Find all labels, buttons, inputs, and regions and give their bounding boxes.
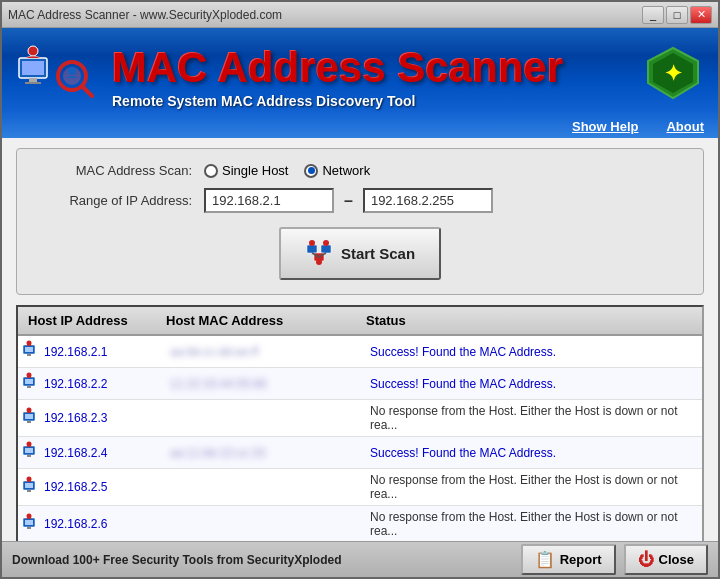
- col-header-ip: Host IP Address: [18, 313, 166, 328]
- svg-line-7: [82, 86, 92, 96]
- header-content: MAC Address Scanner Remote System MAC Ad…: [2, 28, 718, 128]
- svg-rect-22: [27, 354, 31, 356]
- scan-mode-group: Single Host Network: [204, 163, 370, 178]
- single-host-label: Single Host: [222, 163, 288, 178]
- svg-rect-2: [29, 78, 37, 82]
- svg-point-18: [323, 240, 329, 246]
- mac-scan-row: MAC Address Scan: Single Host Network: [37, 163, 683, 178]
- table-row: 192.168.2.1 aa:bb:cc:dd:ee:ff Success! F…: [18, 336, 702, 368]
- row-host-icon: [22, 476, 44, 499]
- row-host-icon: [22, 372, 44, 395]
- row-ip: 192.168.2.6: [44, 517, 170, 531]
- title-bar: MAC Address Scanner - www.SecurityXplode…: [2, 2, 718, 28]
- svg-rect-34: [27, 455, 31, 457]
- row-status: Success! Found the MAC Address.: [370, 345, 702, 359]
- range-label: Range of IP Address:: [37, 193, 192, 208]
- row-ip: 192.168.2.5: [44, 480, 170, 494]
- single-host-radio[interactable]: [204, 164, 218, 178]
- svg-rect-30: [27, 421, 31, 423]
- row-host-icon: [22, 441, 44, 464]
- table-row: 192.168.2.6 No response from the Host. E…: [18, 506, 702, 543]
- title-bar-text: MAC Address Scanner - www.SecurityXplode…: [8, 8, 282, 22]
- row-ip: 192.168.2.2: [44, 377, 170, 391]
- row-status: No response from the Host. Either the Ho…: [370, 510, 702, 538]
- start-scan-button[interactable]: Start Scan: [279, 227, 441, 280]
- network-radio[interactable]: [304, 164, 318, 178]
- row-ip: 192.168.2.4: [44, 446, 170, 460]
- col-header-mac: Host MAC Address: [166, 313, 366, 328]
- svg-point-43: [27, 513, 32, 518]
- network-option[interactable]: Network: [304, 163, 370, 178]
- row-ip: 192.168.2.3: [44, 411, 170, 425]
- ip-range-row: Range of IP Address: –: [37, 188, 683, 213]
- svg-rect-26: [27, 386, 31, 388]
- report-label: Report: [560, 552, 602, 567]
- svg-point-19: [316, 259, 322, 265]
- svg-point-35: [27, 442, 32, 447]
- table-row: 192.168.2.2 11:22:33:44:55:66 Success! F…: [18, 368, 702, 400]
- mac-scan-label: MAC Address Scan:: [37, 163, 192, 178]
- status-bar: Download 100+ Free Security Tools from S…: [2, 541, 718, 577]
- svg-rect-13: [321, 245, 331, 253]
- svg-rect-41: [25, 520, 33, 525]
- start-scan-icon: [305, 237, 333, 270]
- svg-rect-33: [25, 448, 33, 453]
- row-ip: 192.168.2.1: [44, 345, 170, 359]
- svg-rect-25: [25, 379, 33, 384]
- ip-to-input[interactable]: [363, 188, 493, 213]
- table-body[interactable]: 192.168.2.1 aa:bb:cc:dd:ee:ff Success! F…: [18, 336, 702, 543]
- svg-point-27: [27, 373, 32, 378]
- report-icon: 📋: [535, 550, 555, 569]
- row-status: Success! Found the MAC Address.: [370, 377, 702, 391]
- row-status: No response from the Host. Either the Ho…: [370, 404, 702, 432]
- title-bar-buttons: _ □ ✕: [642, 6, 712, 24]
- svg-point-8: [68, 67, 76, 75]
- app-header: MAC Address Scanner Remote System MAC Ad…: [2, 28, 718, 138]
- row-host-icon: [22, 340, 44, 363]
- app-title: MAC Address Scanner: [112, 47, 703, 89]
- app-icon: [17, 38, 97, 118]
- network-label: Network: [322, 163, 370, 178]
- app-subtitle: Remote System MAC Address Discovery Tool: [112, 93, 703, 109]
- svg-rect-42: [27, 527, 31, 529]
- svg-rect-37: [25, 483, 33, 488]
- row-status: No response from the Host. Either the Ho…: [370, 473, 702, 501]
- row-host-icon: [22, 513, 44, 536]
- svg-rect-38: [27, 490, 31, 492]
- svg-rect-21: [25, 347, 33, 352]
- row-status: Success! Found the MAC Address.: [370, 446, 702, 460]
- status-message: Download 100+ Free Security Tools from S…: [12, 553, 342, 567]
- single-host-option[interactable]: Single Host: [204, 163, 288, 178]
- row-mac: aa:bb:cc:dd:ee:ff: [170, 345, 370, 359]
- close-button[interactable]: ⏻ Close: [624, 544, 708, 575]
- row-host-icon: [22, 407, 44, 430]
- table-header: Host IP Address Host MAC Address Status: [18, 307, 702, 336]
- table-row: 192.168.2.3 No response from the Host. E…: [18, 400, 702, 437]
- row-mac: aa:11:bb:22:cc:33: [170, 446, 370, 460]
- minimize-button[interactable]: _: [642, 6, 664, 24]
- svg-rect-29: [25, 414, 33, 419]
- close-label: Close: [659, 552, 694, 567]
- close-icon: ⏻: [638, 551, 654, 569]
- table-row: 192.168.2.4 aa:11:bb:22:cc:33 Success! F…: [18, 437, 702, 469]
- scan-btn-row: Start Scan: [37, 227, 683, 280]
- svg-point-17: [309, 240, 315, 246]
- svg-point-4: [28, 46, 38, 56]
- svg-point-23: [27, 341, 32, 346]
- ip-range-inputs: –: [204, 188, 493, 213]
- ip-separator: –: [344, 192, 353, 210]
- maximize-button[interactable]: □: [666, 6, 688, 24]
- table-row: 192.168.2.5 No response from the Host. E…: [18, 469, 702, 506]
- status-buttons: 📋 Report ⏻ Close: [521, 544, 708, 575]
- svg-point-39: [27, 476, 32, 481]
- col-header-status: Status: [366, 313, 702, 328]
- header-title-area: MAC Address Scanner Remote System MAC Ad…: [112, 47, 703, 109]
- svg-rect-12: [307, 245, 317, 253]
- ip-from-input[interactable]: [204, 188, 334, 213]
- svg-rect-1: [22, 61, 44, 75]
- window-close-button[interactable]: ✕: [690, 6, 712, 24]
- main-window: MAC Address Scanner - www.SecurityXplode…: [0, 0, 720, 579]
- report-button[interactable]: 📋 Report: [521, 544, 616, 575]
- start-scan-label: Start Scan: [341, 245, 415, 262]
- scan-options-panel: MAC Address Scan: Single Host Network Ra…: [16, 148, 704, 295]
